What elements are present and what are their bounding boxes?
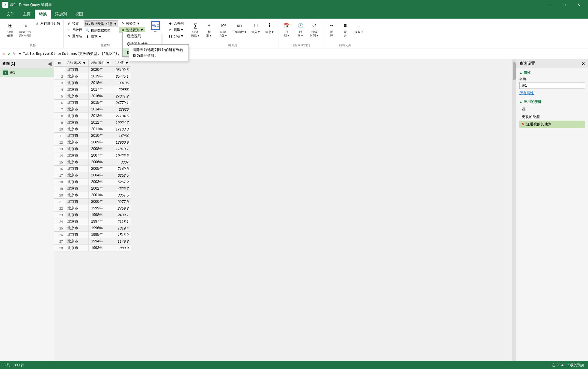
btn-transpose[interactable]: ⇄ 转置 <box>65 20 83 26</box>
table-row: 25北京市1996年1819.4 <box>54 225 131 232</box>
vertical-scrollbar[interactable] <box>512 59 516 361</box>
extract-icon: ✂ <box>168 27 173 32</box>
btn-group-by[interactable]: ⊞ 分组依据 <box>4 20 17 38</box>
btn-info[interactable]: ℹ 信息▼ <box>263 20 276 35</box>
step-change-type[interactable]: 更改的类型 <box>519 113 585 121</box>
cell-region: 北京市 <box>65 172 89 179</box>
query-panel-collapse[interactable]: ◀ <box>48 61 51 67</box>
all-properties-link[interactable]: 所有属性 <box>519 91 534 95</box>
right-panel: 查询设置 ✕ ▲ 属性 名称 所有属性 ▲ 应用的步骤 源 更改的类 <box>516 59 588 361</box>
cell-attr: 1995年 <box>89 232 112 238</box>
tab-view[interactable]: 视图 <box>71 10 87 19</box>
btn-count-rows[interactable]: # 对行进行计数 <box>34 20 61 26</box>
cell-region: 北京市 <box>65 218 89 225</box>
right-panel-close[interactable]: ✕ <box>582 62 585 66</box>
table-row: 21北京市2000年3277.8 <box>54 199 131 205</box>
btn-replace-values[interactable]: ↻ 替换值 ▼ <box>119 20 145 26</box>
data-table-wrapper[interactable]: ⊞ ABc 地区 ▼ ABc 属性 <box>54 59 512 361</box>
properties-section: ▲ 属性 名称 所有属性 <box>516 68 588 98</box>
cell-region: 北京市 <box>65 152 89 159</box>
btn-merge-cols[interactable]: ⊕ 合并列 <box>167 20 185 26</box>
cell-attr: 2017年 <box>89 86 112 93</box>
cell-region: 北京市 <box>65 126 89 133</box>
group-number-col: ∑ 统计信息▼ ± 标准▼ 10² 科学记数▼ sin 三角函数▼ ⌈ ⌉ <box>187 20 278 48</box>
statistics-icon: ∑ <box>191 21 200 30</box>
formula-cancel-button[interactable]: ✕ <box>2 52 5 56</box>
ribbon: 文件 主页 转换 添加列 视图 ⊞ 分组依据 ↑▤ 将第一行用作标题 # <box>0 10 588 49</box>
step-source-label: 源 <box>522 107 525 112</box>
btn-statistics[interactable]: ∑ 统计信息▼ <box>189 20 202 38</box>
row-number: 10 <box>54 126 65 133</box>
btn-data-type[interactable]: ABC 数据类型: 任意 ▼ <box>84 20 118 27</box>
btn-duration[interactable]: ⏱ 持续时间▼ <box>308 20 321 38</box>
row-number: 1 <box>54 67 65 73</box>
table-row: 24北京市1997年2118.1 <box>54 218 131 225</box>
step-delete-icon[interactable]: ✕ <box>522 122 524 126</box>
tooltip-text: 将除当前选定列以外的所有列转换为属性值对。 <box>133 48 183 58</box>
btn-round[interactable]: ⌈ ⌉ 舍入▼ <box>249 20 263 35</box>
btn-trig[interactable]: sin 三角函数▼ <box>230 20 249 35</box>
replace-dropdown-arrow: ▼ <box>137 22 140 25</box>
btn-reverse-rows[interactable]: ↕ 反转行 <box>65 27 83 33</box>
btn-rename[interactable]: ✎ 重命名 <box>65 33 83 39</box>
table-row: 7北京市2014年22926 <box>54 106 131 113</box>
cell-value: 36102.6 <box>112 67 131 73</box>
btn-aggregate[interactable]: ≡ 聚合 <box>339 20 352 38</box>
step-unpivot[interactable]: ✕ 逆透视的其他列 <box>519 121 585 128</box>
btn-time[interactable]: 🕐 时间▼ <box>294 20 307 38</box>
btn-use-first-row[interactable]: ↑▤ 将第一行用作标题 <box>17 20 33 38</box>
row-number: 3 <box>54 80 65 86</box>
minimize-button[interactable]: ─ <box>543 0 557 10</box>
col-value-filter[interactable]: ▼ <box>125 61 129 65</box>
scientific-icon: 10² <box>219 21 227 30</box>
tab-transform[interactable]: 转换 <box>35 10 51 19</box>
formula-fx-label: fx <box>13 52 16 56</box>
cell-value: 3277.8 <box>112 199 131 205</box>
cell-region: 北京市 <box>65 205 89 212</box>
btn-fill[interactable]: ⬇ 填充 ▼ <box>84 34 118 40</box>
btn-extract-values[interactable]: ↓ 提取值 <box>352 20 366 35</box>
btn-scientific[interactable]: 10² 科学记数▼ <box>216 20 230 38</box>
unpivot-item-columns[interactable]: 逆透视列 <box>123 32 161 40</box>
title-bar-controls: ─ □ ✕ <box>543 0 586 10</box>
col-header-value[interactable]: 1.2 值 ▼ <box>112 59 131 67</box>
btn-expand[interactable]: ↔ 展开 <box>325 20 338 38</box>
col-header-attr[interactable]: ABc 属性 ▼ <box>89 59 112 67</box>
cell-attr: 1993年 <box>89 245 112 251</box>
cell-region: 北京市 <box>65 67 89 73</box>
fill-icon: ⬇ <box>85 34 90 39</box>
tab-file[interactable]: 文件 <box>2 10 19 19</box>
format-icon: ABC <box>151 21 160 30</box>
col-region-filter[interactable]: ▼ <box>82 61 86 65</box>
steps-list: 源 更改的类型 ✕ 逆透视的其他列 <box>519 106 585 128</box>
formula-ok-button[interactable]: ✓ <box>7 52 11 56</box>
data-area: ⊞ ABc 地区 ▼ ABc 属性 <box>54 59 512 361</box>
table-row: 22北京市1999年2759.8 <box>54 205 131 212</box>
steps-section-title: 应用的步骤 <box>524 99 542 104</box>
close-button[interactable]: ✕ <box>572 0 586 10</box>
scroll-thumb[interactable] <box>513 62 516 80</box>
row-number: 14 <box>54 152 65 159</box>
rename-icon: ✎ <box>67 34 71 38</box>
trig-icon: sin <box>235 21 244 30</box>
btn-date[interactable]: 📅 日期▼ <box>280 20 293 38</box>
col-attr-filter[interactable]: ▼ <box>106 61 110 65</box>
name-input[interactable] <box>519 82 585 89</box>
tab-add-column[interactable]: 添加列 <box>51 10 71 19</box>
cell-region: 北京市 <box>65 119 89 126</box>
btn-extract[interactable]: ✂ 提取▼ <box>167 27 185 33</box>
cell-region: 北京市 <box>65 133 89 139</box>
step-source[interactable]: 源 <box>519 106 585 113</box>
btn-standard[interactable]: ± 标准▼ <box>203 20 216 38</box>
formula-input[interactable] <box>17 51 586 57</box>
transpose-icon: ⇄ <box>67 21 71 26</box>
query-item-table1[interactable]: ≡ 表1 <box>0 69 54 77</box>
cell-region: 北京市 <box>65 166 89 172</box>
btn-detect-type[interactable]: 🔍 检测数据类型 <box>84 27 118 33</box>
btn-parse[interactable]: { } 分析▼ <box>167 33 185 39</box>
col-header-region[interactable]: ABc 地区 ▼ <box>65 59 89 67</box>
tab-home[interactable]: 主页 <box>19 10 35 19</box>
info-icon: ℹ <box>266 21 274 30</box>
maximize-button[interactable]: □ <box>557 0 571 10</box>
cell-region: 北京市 <box>65 225 89 232</box>
